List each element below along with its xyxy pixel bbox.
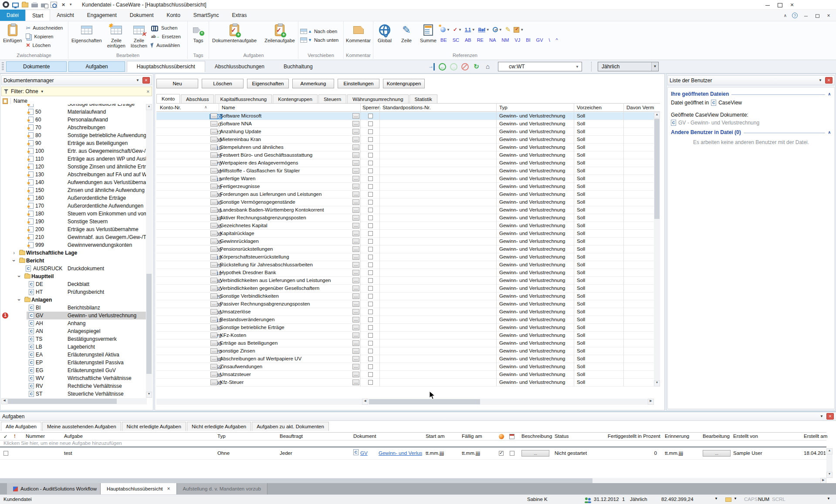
column-header-davon[interactable]: Davon Verm: [626, 105, 654, 110]
print-setup-icon[interactable]: [41, 3, 47, 7]
tree-item[interactable]: 1 › C GV Gewinn- und Verlustrechnung: [1, 312, 147, 319]
account-name[interactable]: Kapitalrücklage: [220, 231, 351, 236]
account-row[interactable]: 2900 … Passiver Rechnungsabgrenzungspost…: [156, 300, 654, 308]
column-dokument[interactable]: Dokument: [353, 433, 376, 439]
task-reminder[interactable]: tt.mm.jjjj: [665, 450, 683, 456]
scroll-left-icon[interactable]: ◀: [362, 399, 368, 405]
name-detail-button[interactable]: …: [352, 137, 359, 142]
account-row[interactable]: 2730 … Verbindlichkeiten aus Lieferungen…: [156, 277, 654, 285]
tree-item[interactable]: 1 › C 170 Außerordentliche Aufwendungen: [1, 202, 147, 210]
filter-clear-icon[interactable]: ×: [147, 89, 149, 94]
column-header-name[interactable]: Name: [222, 105, 235, 110]
select-button[interactable]: Auswählen: [151, 41, 181, 49]
account-detail-button[interactable]: …: [210, 246, 217, 252]
print-icon[interactable]: [31, 3, 38, 7]
row-annotation-button[interactable]: ✎ Zeile: [397, 23, 416, 44]
grid-tab[interactable]: Währungsumrechnung: [347, 94, 408, 104]
account-name[interactable]: Mietereinbau Kran: [220, 137, 351, 142]
tree-item[interactable]: 1 › C AN Anlagespiegel: [1, 327, 147, 335]
tree-item[interactable]: 1 › C 50 Materialaufwand: [1, 108, 147, 116]
account-row[interactable]: 1520 … Fertigerzeugnisse … Gewinn- und V…: [156, 183, 654, 191]
account-row[interactable]: 1800 … Landesbank Baden-Württemberg Kont…: [156, 206, 654, 214]
name-detail-button[interactable]: …: [352, 160, 359, 166]
sum-button[interactable]: Summe: [419, 23, 438, 44]
sperren-checkbox[interactable]: [368, 247, 373, 252]
sperren-checkbox[interactable]: [368, 145, 373, 150]
account-row[interactable]: 2620 … Rückstellung für Jahresabschlussa…: [156, 261, 654, 269]
account-name[interactable]: Bestandsveränderungen: [220, 317, 351, 322]
folder-icon[interactable]: [725, 497, 731, 502]
name-detail-button[interactable]: …: [352, 348, 359, 354]
scroll-up-icon[interactable]: ▲: [826, 448, 833, 454]
scrollbar-thumb[interactable]: [146, 274, 152, 374]
help-icon[interactable]: ?: [792, 13, 798, 18]
tree-item[interactable]: 1 › C 150 Zinsen und ähnliche Aufwendung: [1, 186, 147, 194]
sperren-checkbox[interactable]: [368, 215, 373, 220]
caseware-logo-icon[interactable]: [3, 1, 9, 8]
column-header-std[interactable]: Standardpositions-Nr.: [382, 105, 431, 110]
account-name[interactable]: Forderungen aus Lieferungen und Leistung…: [220, 192, 351, 197]
account-detail-button[interactable]: …: [210, 160, 217, 166]
column-erstellt-von[interactable]: Erstellt von: [733, 433, 758, 439]
delete-button[interactable]: ✕Löschen: [26, 41, 63, 49]
task-doc-code-link[interactable]: GV: [360, 450, 368, 456]
stop-icon[interactable]: [461, 63, 469, 71]
tree-item[interactable]: 1 › C 100 Ertr. aus Gewgemeinschaft/Gew-…: [1, 147, 147, 155]
reference-button[interactable]: Ref▼: [478, 27, 490, 32]
highlighter-button[interactable]: ✎: [505, 26, 511, 34]
name-detail-button[interactable]: …: [352, 286, 359, 291]
account-row[interactable]: 2200 … Gewinnrücklagen … Gewinn- und Ver…: [156, 238, 654, 245]
sperren-checkbox[interactable]: [368, 380, 373, 385]
tree-item[interactable]: 1 › C 160 Außerordentliche Erträge: [1, 194, 147, 202]
name-detail-button[interactable]: …: [352, 262, 359, 268]
sperren-checkbox[interactable]: [368, 137, 373, 142]
account-row[interactable]: 1510 … unfertige Waren … Gewinn- und Ver…: [156, 175, 654, 183]
ribbon-tab[interactable]: SmartSync: [187, 10, 226, 21]
reference-link[interactable]: VJ: [514, 37, 520, 43]
column-header-nr[interactable]: Konto-Nr.: [160, 105, 181, 110]
account-detail-button[interactable]: …: [210, 215, 217, 221]
account-name[interactable]: Körperschaftsteuerrückstellung: [220, 254, 351, 259]
scrollbar-thumb[interactable]: [8, 399, 117, 404]
sperren-checkbox[interactable]: [368, 372, 373, 377]
account-detail-button[interactable]: …: [210, 207, 217, 213]
print-preview-icon[interactable]: [51, 2, 57, 8]
toolbar-options-icon[interactable]: ▾: [70, 1, 76, 8]
account-name[interactable]: Gezeichnetes Kapital: [220, 223, 351, 228]
name-detail-button[interactable]: …: [352, 333, 359, 338]
tree-horizontal-scrollbar[interactable]: ◀: [1, 398, 147, 404]
panel-menu-icon[interactable]: ▼: [134, 77, 141, 84]
account-detail-button[interactable]: …: [210, 176, 217, 181]
account-row[interactable]: 3120 … sonstige Zinsen … Gewinn- und Ver…: [156, 347, 654, 355]
status-dropdown-icon[interactable]: ▼: [714, 497, 718, 501]
name-detail-button[interactable]: …: [352, 293, 359, 299]
sperren-checkbox[interactable]: [368, 200, 373, 205]
reference-link[interactable]: SC: [453, 37, 459, 43]
sperren-checkbox[interactable]: [368, 192, 373, 197]
account-row[interactable]: 1500 … Hilfsstoffe - Glasflaschen für St…: [156, 167, 654, 175]
sperren-checkbox[interactable]: [368, 223, 373, 228]
account-row[interactable]: 2100 … Kapitalrücklage … Gewinn- und Ver…: [156, 230, 654, 238]
tasks-tab[interactable]: Nicht erledigte Aufgaben: [122, 422, 186, 431]
view-tab[interactable]: Abschlussbuchungen: [205, 61, 274, 72]
panel-close-button[interactable]: ×: [142, 77, 150, 84]
account-row[interactable]: 3010 … Bestandsveränderungen … Gewinn- u…: [156, 316, 654, 324]
name-detail-button[interactable]: …: [352, 152, 359, 158]
reference-link[interactable]: NA: [489, 37, 496, 43]
sperren-checkbox[interactable]: [368, 317, 373, 322]
task-calendar-checkbox[interactable]: [510, 451, 514, 456]
paste-button[interactable]: Einfügen: [2, 23, 23, 44]
account-row[interactable]: 1220 … Festwert Büro- und Geschäftsausst…: [156, 151, 654, 159]
window-tab[interactable]: Aufstellung d. v. Mandanten vorzub ×: [177, 483, 267, 494]
account-detail-button[interactable]: …: [210, 239, 217, 244]
name-detail-button[interactable]: …: [352, 184, 359, 189]
name-detail-button[interactable]: …: [352, 325, 359, 330]
account-name[interactable]: Landesbank Baden-Württemberg Kontokorren…: [220, 207, 351, 212]
grid-tab[interactable]: Kontengruppen: [273, 94, 318, 104]
tree-item[interactable]: 1 › C HT Prüfungsbericht: [1, 288, 147, 296]
chevron-icon[interactable]: ›: [15, 299, 23, 301]
account-detail-button[interactable]: …: [210, 199, 217, 205]
column-beauftragt[interactable]: Beauftragt: [280, 433, 303, 439]
refresh-icon[interactable]: ↻: [473, 63, 480, 71]
tree-item[interactable]: 1 › C 180 Steuern vom Einkommen und vom: [1, 210, 147, 218]
